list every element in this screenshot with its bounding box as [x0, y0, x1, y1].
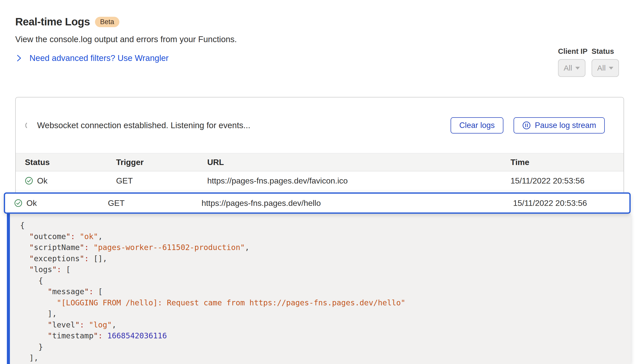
client-ip-dropdown[interactable]: All [558, 59, 585, 77]
status-value: All [597, 64, 606, 72]
row-url: https://pages-fns.pages.dev/favicon.ico [198, 176, 501, 186]
wrangler-link-label: Need advanced filters? Use Wrangler [29, 53, 169, 63]
row-status: Ok [26, 198, 37, 208]
page-title: Real-time Logs [15, 16, 90, 28]
row-status: Ok [37, 176, 47, 186]
caret-down-icon [575, 67, 580, 70]
status-dropdown[interactable]: All [592, 59, 619, 77]
status-filter: Status All [592, 47, 619, 77]
log-table-header: Status Trigger URL Time [16, 153, 624, 171]
column-header-trigger: Trigger [107, 158, 198, 167]
realtime-logs-page: Real-time Logs Beta View the console.log… [0, 0, 637, 364]
client-ip-filter: Client IP All [558, 47, 587, 77]
check-circle-icon [25, 177, 33, 185]
chevron-right-icon [15, 54, 23, 62]
log-detail-json: { "outcome": "ok", "scriptName": "pages-… [10, 214, 631, 363]
column-header-url: URL [198, 158, 501, 167]
check-circle-icon [14, 199, 22, 207]
log-detail-panel: { "outcome": "ok", "scriptName": "pages-… [7, 214, 631, 364]
beta-badge: Beta [95, 17, 119, 27]
log-filters: Client IP All Status All [558, 47, 619, 77]
column-header-status: Status [16, 158, 107, 167]
column-header-time: Time [501, 158, 624, 167]
wrangler-filters-link[interactable]: Need advanced filters? Use Wrangler [15, 53, 237, 63]
client-ip-label: Client IP [558, 47, 587, 56]
row-time: 15/11/2022 20:53:56 [504, 198, 629, 208]
row-trigger: GET [107, 176, 198, 186]
log-row[interactable]: Ok GET https://pages-fns.pages.dev/favic… [16, 171, 624, 190]
logs-toolbar: Websocket connection established. Listen… [16, 97, 624, 153]
page-header: Real-time Logs Beta View the console.log… [15, 16, 237, 63]
log-row-selected[interactable]: Ok GET https://pages-fns.pages.dev/hello… [4, 192, 631, 214]
client-ip-value: All [564, 64, 572, 72]
status-label: Status [592, 47, 619, 56]
toolbar-actions: Clear logs Pause log stream [451, 117, 605, 134]
clear-logs-button[interactable]: Clear logs [451, 117, 503, 134]
row-url: https://pages-fns.pages.dev/hello [192, 198, 504, 208]
spinner-icon [25, 122, 33, 129]
pause-log-stream-label: Pause log stream [535, 121, 596, 130]
websocket-status-text: Websocket connection established. Listen… [37, 121, 250, 130]
pause-log-stream-button[interactable]: Pause log stream [514, 117, 605, 134]
page-subtitle: View the console.log output and errors f… [15, 35, 237, 44]
row-trigger: GET [99, 198, 193, 208]
clear-logs-label: Clear logs [459, 121, 495, 130]
row-time: 15/11/2022 20:53:56 [501, 176, 624, 186]
websocket-status: Websocket connection established. Listen… [25, 121, 250, 130]
pause-icon [522, 121, 531, 130]
caret-down-icon [609, 67, 613, 70]
